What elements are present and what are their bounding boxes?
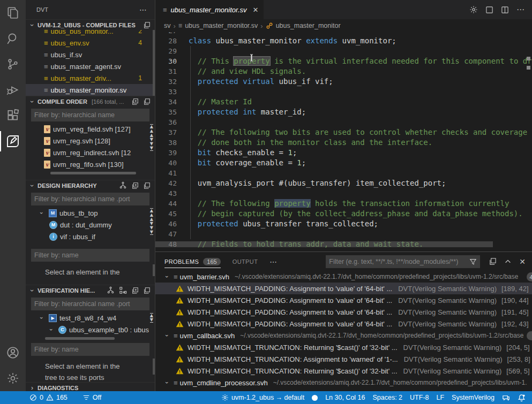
expand-all-icon[interactable]	[131, 287, 139, 294]
problem-group[interactable]: › ≡ uvm_barrier.svh ~/.vscode/extensions…	[155, 271, 532, 283]
chevron-down-icon[interactable]: ›	[28, 97, 36, 106]
problem-row[interactable]: WIDTH_MISMATCH_PADDING: Assignment to 'v…	[155, 318, 532, 330]
chevron-down-icon[interactable]: ›	[28, 286, 36, 295]
code-line[interactable]: 40 bit coverage_enable = 1;	[155, 158, 532, 168]
section-compiled-files[interactable]: › UVM-1.2_UBUS - COMPILED FILES	[26, 19, 155, 30]
breadcrumb-file[interactable]: ubus_master_monitor.sv	[185, 22, 258, 29]
cursor-position[interactable]: Ln 30, Col 16	[321, 391, 369, 404]
problem-row-selected[interactable]: WIDTH_MISMATCH_PADDING: Assignment to 'v…	[155, 283, 532, 294]
problem-row[interactable]: WIDTH_MISMATCH_TRUNCATION: Returning '$c…	[155, 341, 532, 353]
ports-filter-input[interactable]	[31, 249, 149, 262]
problems-filter-input[interactable]	[329, 258, 469, 265]
verification-ports-filter-input[interactable]	[31, 343, 149, 356]
chevron-down-icon[interactable]: ›	[39, 209, 45, 217]
language-mode[interactable]: SystemVerilog	[448, 391, 498, 404]
chevron-down-icon[interactable]: ›	[28, 21, 36, 29]
file-item[interactable]: ≡ ubus_if.sv	[26, 49, 155, 60]
breadcrumb-folder[interactable]: sv	[164, 22, 171, 29]
source-control-icon[interactable]	[0, 51, 26, 77]
tree-node[interactable]: › ▶ test_r8_w8_r4_w4	[26, 312, 155, 324]
code-line[interactable]: 43	[155, 188, 532, 199]
editor-vertical-scrollbar[interactable]	[524, 32, 532, 251]
tree-node[interactable]: › M ubus_tb_top	[26, 207, 155, 219]
problem-row[interactable]: WIDTH_MISMATCH_TRUNCATION: Assignment to…	[155, 353, 532, 365]
code-line[interactable]: 42 uvm_analysis_port #(ubus_transfer) it…	[155, 178, 532, 188]
problems-filter[interactable]	[326, 255, 480, 268]
run-debug-icon[interactable]	[0, 77, 26, 103]
problem-row[interactable]: WIDTH_MISMATCH_TRUNCATION: Returning '$c…	[155, 365, 532, 377]
uvm-file-item[interactable]: v uvm_reg_indirect.svh [12	[26, 147, 155, 158]
section-diagnostics[interactable]: › DIAGNOSTICS	[26, 382, 155, 391]
expand-all-icon[interactable]	[131, 182, 139, 189]
expand-all-icon[interactable]	[131, 98, 139, 105]
list-scrollbar[interactable]	[153, 359, 155, 375]
tree-scroll-buttons[interactable]: ▲▼	[150, 313, 153, 323]
code-line[interactable]: 46 protected ubus_transfer trans_collect…	[155, 219, 532, 229]
settings-gear-icon[interactable]	[469, 5, 478, 14]
section-compile-order[interactable]: › COMPILE ORDER [166 total, ...	[26, 96, 155, 106]
panel-more-tabs-icon[interactable]: ⋯	[269, 257, 277, 266]
more-actions-icon[interactable]: ⋯	[516, 5, 524, 14]
uvm-file-item[interactable]: v uvm_reg.svh [128]	[26, 135, 155, 147]
split-editor-icon[interactable]	[501, 6, 509, 14]
code-line[interactable]: 30 // This property is the virtual inter…	[155, 56, 532, 66]
tab-problems[interactable]: PROBLEMS 165	[164, 252, 221, 271]
code-line[interactable]: 28class ubus_master_monitor extends uvm_…	[155, 36, 532, 46]
build-status-indicator[interactable]	[308, 391, 321, 404]
uvm-file-item[interactable]: v uvm_reg_fifo.svh [130]	[26, 158, 155, 170]
chevron-down-icon[interactable]: ›	[48, 325, 55, 334]
code-line[interactable]: 32 protected virtual ubus_if vif;	[155, 77, 532, 87]
flat-view-icon[interactable]	[119, 286, 127, 294]
sidebar-more-icon[interactable]: ⋯	[139, 5, 147, 14]
funnel-filter-icon[interactable]	[469, 258, 477, 265]
problem-group[interactable]: › ≡ uvm_cmdline_processor.svh ~/.vscode/…	[155, 377, 532, 388]
code-line[interactable]: 45 // begin captured (by the collect_add…	[155, 209, 532, 219]
file-item[interactable]: ≡ ubus_bus_monitor... 2	[26, 30, 155, 37]
close-icon[interactable]: ✕	[252, 6, 258, 14]
account-icon[interactable]	[0, 340, 26, 365]
tab-ubus-master-monitor[interactable]: ≡ ubus_master_monitor.sv ✕	[155, 0, 264, 19]
code-line[interactable]: 36	[155, 117, 532, 127]
problem-row[interactable]: WIDTH_MISMATCH_PADDING: Assignment to 'v…	[155, 294, 532, 306]
search-icon[interactable]	[0, 26, 26, 51]
tree-node[interactable]: M dut : dut_dummy	[26, 219, 155, 231]
eol-status[interactable]: LF	[433, 391, 448, 404]
compile-order-filter-input[interactable]	[31, 109, 149, 121]
section-verification-hierarchy[interactable]: › VERIFICATION HIE...	[26, 285, 155, 295]
design-hierarchy-filter-input[interactable]	[31, 193, 149, 205]
code-line[interactable]: 29	[155, 46, 532, 56]
chevron-up-icon[interactable]	[504, 258, 512, 265]
code-editor[interactable]: 2728class ubus_master_monitor extends uv…	[155, 32, 532, 251]
code-line[interactable]: 27	[155, 32, 532, 36]
chevron-down-icon[interactable]: ›	[28, 181, 36, 190]
horizontal-scrollbar[interactable]	[45, 337, 115, 340]
encoding-status[interactable]: UTF-8	[406, 391, 432, 404]
code-line[interactable]: 41	[155, 168, 532, 178]
code-line[interactable]: 31 // and view HDL signals.	[155, 66, 532, 77]
tree-scroll-buttons[interactable]: ▲▲▲▼▼▼	[150, 208, 153, 235]
problems-status[interactable]: 0 165	[29, 391, 71, 404]
file-item[interactable]: ≡ ubus_master_agent.sv	[26, 60, 155, 72]
code-line[interactable]: 44 // The following property holds the t…	[155, 199, 532, 209]
code-line[interactable]: 34 // Master Id	[155, 97, 532, 107]
editor-horizontal-scrollbar[interactable]	[155, 241, 493, 247]
code-line[interactable]: 38 // done both in the monitor class and…	[155, 138, 532, 148]
code-line[interactable]: 35 protected int master_id;	[155, 107, 532, 117]
collapse-all-icon[interactable]	[143, 21, 151, 29]
tree-node[interactable]: i vif : ubus_if	[26, 231, 155, 242]
uvm-file-item[interactable]: v uvm_vreg_field.svh [127]	[26, 123, 155, 135]
code-line[interactable]: 33	[155, 87, 532, 97]
file-item-selected[interactable]: ≡ ubus_master_monitor.sv	[26, 84, 155, 96]
tree-node[interactable]: › C ubus_example_tb0 : ubus	[26, 324, 155, 336]
tab-output[interactable]: OUTPUT	[233, 252, 258, 271]
settings-gear-icon[interactable]	[0, 365, 26, 391]
dvt-view-icon[interactable]	[0, 128, 26, 154]
tree-scroll-buttons[interactable]: ▲▲▲▼▼▼	[150, 124, 153, 151]
hierarchy-icon[interactable]	[107, 286, 115, 294]
collapse-all-icon[interactable]	[143, 98, 151, 105]
indentation-status[interactable]: Spaces: 2	[369, 391, 406, 404]
chevron-down-icon[interactable]: ›	[39, 314, 45, 322]
problem-row[interactable]: WIDTH_MISMATCH_PADDING: Assignment to 'v…	[155, 306, 532, 318]
close-panel-icon[interactable]: ✕	[519, 257, 526, 266]
verification-hierarchy-filter-input[interactable]	[31, 298, 149, 310]
